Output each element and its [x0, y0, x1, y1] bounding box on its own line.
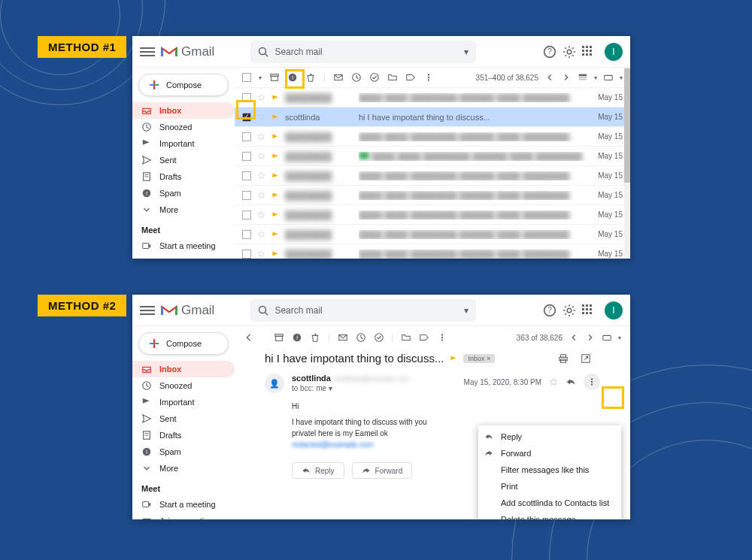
message-checkbox[interactable]	[242, 152, 251, 161]
more-actions-icon[interactable]	[437, 332, 447, 343]
ctx-delete[interactable]: Delete this message	[478, 511, 621, 519]
to-line[interactable]: to bcc: me ▾	[292, 384, 409, 392]
join-meeting-item[interactable]: Join a meeting	[132, 513, 235, 519]
keyboard-icon[interactable]	[603, 72, 614, 83]
important-flag-icon[interactable]	[271, 133, 279, 141]
ctx-forward[interactable]: Forward	[478, 445, 621, 462]
sidebar-item-more[interactable]: More	[132, 460, 235, 477]
message-checkbox[interactable]	[242, 230, 251, 239]
important-flag-icon[interactable]	[271, 250, 279, 258]
search-dropdown-icon[interactable]: ▾	[464, 305, 468, 316]
ctx-addcontact[interactable]: Add scottlinda to Contacts list	[478, 495, 621, 511]
important-flag-icon[interactable]	[271, 231, 279, 238]
add-task-icon[interactable]	[374, 332, 384, 343]
density-icon[interactable]	[578, 72, 588, 83]
mark-read-icon[interactable]	[333, 72, 344, 83]
star-icon[interactable]	[257, 132, 265, 141]
search-input[interactable]: Search mail ▾	[250, 41, 476, 63]
message-row[interactable]: ████████ ████ ████ ████████ ██████ ████ …	[235, 244, 630, 259]
settings-gear-icon[interactable]	[562, 45, 576, 59]
compose-button[interactable]: Compose	[138, 74, 229, 96]
sidebar-item-spam[interactable]: Spam	[132, 443, 235, 460]
reply-icon[interactable]	[566, 377, 576, 387]
important-flag-icon[interactable]	[271, 153, 279, 160]
select-dropdown-icon[interactable]: ▾	[259, 74, 262, 81]
start-meeting-item[interactable]: Start a meeting	[132, 496, 235, 513]
print-icon[interactable]	[558, 353, 569, 364]
sidebar-item-sent[interactable]: Sent	[132, 152, 235, 168]
sidebar-item-inbox[interactable]: Inbox	[132, 361, 235, 377]
message-checkbox[interactable]	[242, 93, 251, 102]
message-more-menu-button[interactable]	[584, 374, 600, 390]
sidebar-item-spam[interactable]: Spam	[132, 185, 235, 201]
reply-button[interactable]: Reply	[292, 462, 344, 479]
archive-icon[interactable]	[274, 332, 284, 343]
star-icon[interactable]	[257, 113, 265, 121]
sidebar-item-drafts[interactable]: Drafts	[132, 427, 235, 443]
hamburger-menu-icon[interactable]	[140, 306, 155, 315]
star-icon[interactable]	[257, 191, 265, 199]
star-icon[interactable]	[257, 152, 265, 160]
report-spam-icon[interactable]	[287, 72, 298, 83]
mark-unread-icon[interactable]	[338, 332, 348, 343]
report-spam-icon[interactable]	[292, 332, 302, 343]
star-icon[interactable]	[257, 250, 265, 258]
move-to-icon[interactable]	[387, 72, 398, 83]
star-icon[interactable]	[257, 210, 265, 219]
sidebar-item-sent[interactable]: Sent	[132, 410, 235, 427]
message-row[interactable]: scottlinda hi I have impotant thing to d…	[235, 107, 630, 127]
star-icon[interactable]	[257, 171, 265, 180]
apps-grid-icon[interactable]	[582, 46, 594, 58]
gmail-logo[interactable]: Gmail	[161, 44, 214, 59]
sidebar-item-snoozed[interactable]: Snoozed	[132, 119, 235, 135]
important-flag-icon[interactable]	[450, 355, 457, 362]
gmail-logo[interactable]: Gmail	[161, 303, 214, 318]
delete-icon[interactable]	[305, 72, 316, 83]
ctx-print[interactable]: Print	[478, 478, 621, 495]
add-task-icon[interactable]	[369, 72, 380, 83]
prev-msg-icon[interactable]	[569, 332, 579, 343]
select-all-checkbox[interactable]	[242, 73, 251, 82]
more-actions-icon[interactable]	[423, 72, 434, 83]
ctx-filter[interactable]: Filter messages like this	[478, 462, 621, 478]
sidebar-item-more[interactable]: More	[132, 201, 235, 218]
next-page-icon[interactable]	[561, 72, 572, 83]
move-to-icon[interactable]	[401, 332, 411, 343]
message-checkbox[interactable]	[242, 132, 251, 141]
sidebar-item-snoozed[interactable]: Snoozed	[132, 377, 235, 394]
important-flag-icon[interactable]	[271, 172, 279, 180]
star-icon[interactable]	[257, 93, 265, 101]
compose-button[interactable]: Compose	[138, 332, 229, 355]
back-icon[interactable]	[244, 332, 254, 343]
snooze-icon[interactable]	[351, 72, 362, 83]
message-checkbox[interactable]	[242, 113, 251, 122]
snooze-icon[interactable]	[356, 332, 366, 343]
sidebar-item-drafts[interactable]: Drafts	[132, 168, 235, 185]
important-flag-icon[interactable]	[271, 94, 279, 101]
help-icon[interactable]	[543, 304, 556, 317]
inbox-label-chip[interactable]: Inbox ×	[463, 354, 495, 363]
labels-icon[interactable]	[405, 72, 416, 83]
prev-page-icon[interactable]	[544, 72, 555, 83]
message-row[interactable]: ████████ ████ ████ ████████ ██████ ████ …	[235, 127, 630, 147]
join-meeting-item[interactable]: Join a meeting	[132, 254, 235, 259]
delete-icon[interactable]	[310, 332, 320, 343]
message-row[interactable]: ████████ ████ ████ ████████ ██████ ████ …	[235, 166, 630, 186]
labels-icon[interactable]	[419, 332, 429, 343]
message-row[interactable]: ████████ ████ ████ ████████ ██████ ████ …	[235, 147, 630, 166]
forward-button[interactable]: Forward	[352, 462, 413, 479]
message-checkbox[interactable]	[242, 250, 251, 259]
star-icon[interactable]	[257, 230, 265, 238]
message-row[interactable]: ████████ ████ ████ ████████ ██████ ████ …	[235, 225, 630, 244]
sidebar-item-inbox[interactable]: Inbox	[132, 102, 235, 119]
archive-icon[interactable]	[269, 72, 280, 83]
hamburger-menu-icon[interactable]	[140, 47, 155, 56]
settings-gear-icon[interactable]	[562, 304, 576, 317]
search-dropdown-icon[interactable]: ▾	[464, 47, 468, 57]
scrollbar[interactable]	[624, 68, 630, 259]
sidebar-item-important[interactable]: Important	[132, 394, 235, 410]
account-avatar[interactable]: I	[605, 43, 623, 61]
message-checkbox[interactable]	[242, 210, 251, 219]
important-flag-icon[interactable]	[271, 114, 279, 121]
message-row[interactable]: ████████ ████ ████ ████████ ██████ ████ …	[235, 205, 630, 225]
